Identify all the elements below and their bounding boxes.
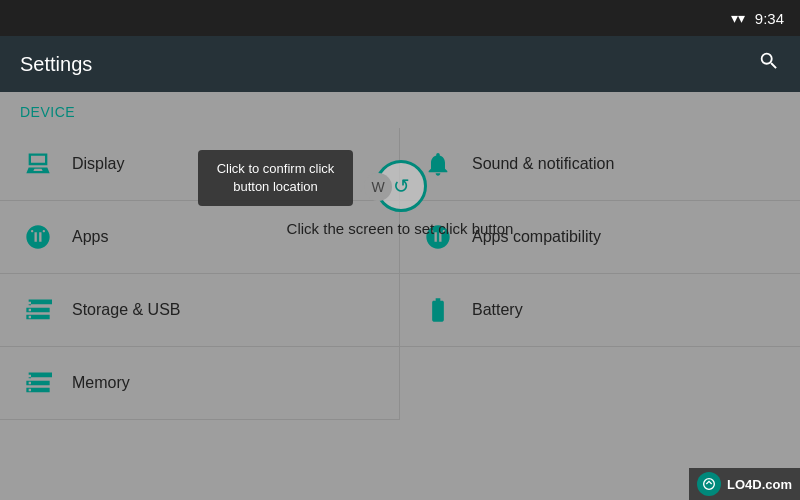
settings-item-apps-compat[interactable]: Apps compatibility [400, 201, 800, 274]
battery-label: Battery [472, 301, 523, 319]
settings-item-memory[interactable]: Memory [0, 347, 400, 420]
device-section-label: Device [0, 92, 800, 128]
search-icon[interactable] [758, 50, 780, 78]
memory-icon [20, 365, 56, 401]
battery-icon [420, 292, 456, 328]
storage-icon [20, 292, 56, 328]
storage-label: Storage & USB [72, 301, 181, 319]
app-bar: Settings [0, 36, 800, 92]
status-bar: ▾▾ 9:34 [0, 0, 800, 36]
memory-label: Memory [72, 374, 130, 392]
settings-item-sound[interactable]: Sound & notification [400, 128, 800, 201]
svg-point-0 [704, 479, 715, 490]
tooltip-text: Click to confirm click button location [217, 161, 335, 194]
click-indicator[interactable]: W ↺ [375, 160, 427, 212]
watermark: LO4D.com [689, 468, 800, 500]
settings-content: Device Display Sound & notification Apps [0, 92, 800, 500]
click-ring[interactable]: W ↺ [375, 160, 427, 212]
tooltip-popup: Click to confirm click button location [198, 150, 353, 206]
set-click-instruction: Click the screen to set click button [0, 220, 800, 237]
wifi-icon: ▾▾ [731, 10, 745, 26]
settings-item-storage[interactable]: Storage & USB [0, 274, 400, 347]
sound-label: Sound & notification [472, 155, 614, 173]
settings-item-battery[interactable]: Battery [400, 274, 800, 347]
page-title: Settings [20, 53, 92, 76]
time-display: 9:34 [755, 10, 784, 27]
display-label: Display [72, 155, 124, 173]
settings-item-apps[interactable]: Apps [0, 201, 400, 274]
lo4d-logo [697, 472, 721, 496]
empty-cell [400, 347, 800, 420]
watermark-text: LO4D.com [727, 477, 792, 492]
click-cursor-icon: ↺ [393, 174, 410, 198]
click-w-badge: W [364, 173, 392, 201]
display-icon [20, 146, 56, 182]
